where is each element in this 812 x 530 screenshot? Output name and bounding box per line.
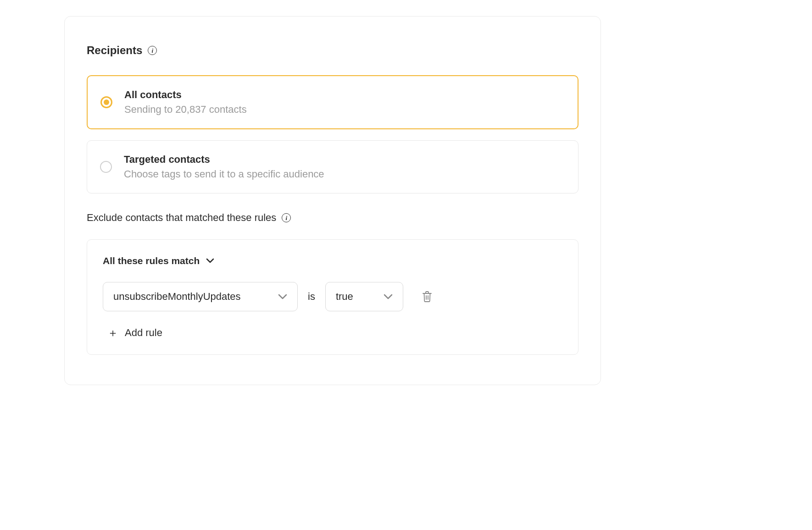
add-rule-button[interactable]: ＋ Add rule [103,327,562,339]
recipient-option-all-contacts[interactable]: All contacts Sending to 20,837 contacts [87,75,578,129]
radio-option-desc: Choose tags to send it to a specific aud… [124,168,324,180]
radio-option-title: Targeted contacts [124,154,324,166]
info-icon[interactable]: i [282,213,291,222]
plus-icon: ＋ [107,327,118,338]
rule-field-value: unsubscribeMonthlyUpdates [113,291,241,303]
rule-operator: is [308,291,315,303]
chevron-down-icon [278,294,287,300]
add-rule-label: Add rule [125,327,162,339]
radio-icon [100,161,112,173]
rule-field-select[interactable]: unsubscribeMonthlyUpdates [103,282,298,311]
rules-box: All these rules match unsubscribeMonthly… [87,239,578,355]
info-icon[interactable]: i [148,46,157,55]
recipients-card: Recipients i All contacts Sending to 20,… [64,16,601,385]
rule-row: unsubscribeMonthlyUpdates is true [103,282,562,311]
exclude-header: Exclude contacts that matched these rule… [87,212,578,224]
exclude-title: Exclude contacts that matched these rule… [87,212,276,224]
chevron-down-icon [384,294,393,300]
trash-icon[interactable] [422,291,433,303]
rule-value-value: true [336,291,353,303]
radio-option-desc: Sending to 20,837 contacts [124,104,247,116]
radio-text: All contacts Sending to 20,837 contacts [124,89,247,116]
match-mode-dropdown[interactable]: All these rules match [103,255,562,266]
chevron-down-icon [206,258,214,264]
rule-value-select[interactable]: true [325,282,403,311]
recipient-option-targeted-contacts[interactable]: Targeted contacts Choose tags to send it… [87,140,578,193]
radio-option-title: All contacts [124,89,247,101]
radio-icon [100,96,112,108]
section-title: Recipients [87,44,142,57]
section-header: Recipients i [87,44,578,57]
match-mode-label: All these rules match [103,255,200,266]
radio-text: Targeted contacts Choose tags to send it… [124,154,324,180]
